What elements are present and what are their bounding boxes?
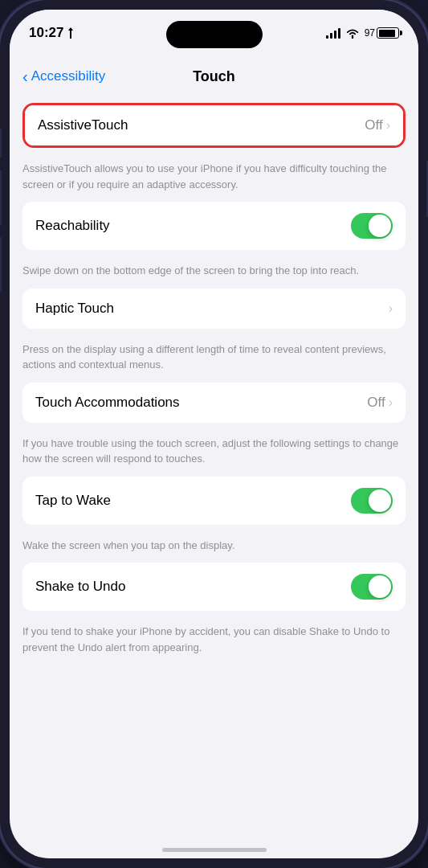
content-area: AssistiveTouch Off › AssistiveTouch allo… [10, 96, 418, 858]
chevron-right-icon: › [389, 395, 393, 410]
volume-down-button[interactable] [0, 237, 2, 292]
haptic-touch-description: Press on the display using a different l… [10, 335, 418, 383]
battery-level: 97 [365, 27, 375, 39]
tap-to-wake-row: Tap to Wake [22, 477, 406, 525]
back-label: Accessibility [31, 68, 106, 84]
shake-to-undo-group: Shake to Undo [22, 563, 406, 611]
phone-frame: 10:27 97 [0, 0, 428, 868]
reachability-description: Swipe down on the bottom edge of the scr… [10, 256, 418, 289]
dynamic-island [166, 21, 263, 48]
touch-accommodations-row[interactable]: Touch Accommodations Off › [22, 383, 406, 423]
shake-to-undo-description: If you tend to shake your iPhone by acci… [10, 617, 418, 665]
location-icon [67, 27, 75, 39]
touch-accommodations-group: Touch Accommodations Off › [22, 383, 406, 423]
shake-to-undo-toggle[interactable] [351, 574, 393, 600]
tap-to-wake-group: Tap to Wake [22, 477, 406, 525]
signal-bar-3 [334, 31, 336, 39]
reachability-group: Reachability [22, 202, 406, 250]
haptic-touch-group: Haptic Touch › [22, 289, 406, 329]
tap-to-wake-label: Tap to Wake [35, 493, 351, 509]
toggle-knob [369, 489, 391, 512]
signal-bars [326, 27, 340, 39]
haptic-touch-row[interactable]: Haptic Touch › [22, 289, 406, 329]
assistive-touch-value: Off › [365, 117, 390, 133]
battery-icon: 97 [365, 27, 399, 39]
touch-accommodations-status: Off [367, 395, 385, 411]
wifi-icon [345, 27, 360, 39]
assistive-touch-description: AssistiveTouch allows you to use your iP… [10, 154, 418, 202]
signal-bar-2 [330, 33, 332, 39]
assistive-touch-row[interactable]: AssistiveTouch Off › [25, 105, 403, 145]
toggle-knob [369, 575, 391, 598]
assistive-touch-group: AssistiveTouch Off › [22, 103, 406, 148]
status-icons: 97 [326, 27, 399, 39]
touch-accommodations-label: Touch Accommodations [35, 395, 367, 411]
reachability-row: Reachability [22, 202, 406, 250]
chevron-right-icon: › [386, 118, 390, 133]
haptic-touch-label: Haptic Touch [35, 301, 389, 317]
signal-bar-1 [326, 35, 328, 39]
toggle-knob [369, 215, 391, 237]
touch-accommodations-value: Off › [367, 395, 393, 411]
page-title: Touch [193, 68, 235, 85]
signal-bar-4 [338, 28, 340, 39]
assistive-touch-status: Off [365, 117, 382, 133]
mute-button[interactable] [0, 129, 2, 158]
shake-to-undo-row: Shake to Undo [22, 563, 406, 611]
haptic-touch-value: › [389, 301, 393, 316]
reachability-toggle[interactable] [351, 213, 393, 239]
nav-header: ‹ Accessibility Touch [10, 56, 418, 96]
battery-body [377, 27, 399, 39]
tap-to-wake-description: Wake the screen when you tap on the disp… [10, 531, 418, 563]
touch-accommodations-description: If you have trouble using the touch scre… [10, 429, 418, 477]
assistive-touch-label: AssistiveTouch [38, 117, 365, 133]
volume-up-button[interactable] [0, 170, 2, 225]
back-button[interactable]: ‹ Accessibility [22, 68, 105, 84]
time-display: 10:27 [29, 25, 63, 41]
status-time: 10:27 [29, 25, 75, 41]
chevron-right-icon: › [389, 301, 393, 316]
phone-screen: 10:27 97 [10, 10, 418, 858]
shake-to-undo-label: Shake to Undo [35, 579, 351, 595]
battery-fill [379, 30, 396, 37]
back-chevron-icon: ‹ [22, 68, 28, 84]
home-indicator [162, 848, 267, 852]
tap-to-wake-toggle[interactable] [351, 488, 393, 514]
reachability-label: Reachability [35, 218, 351, 234]
